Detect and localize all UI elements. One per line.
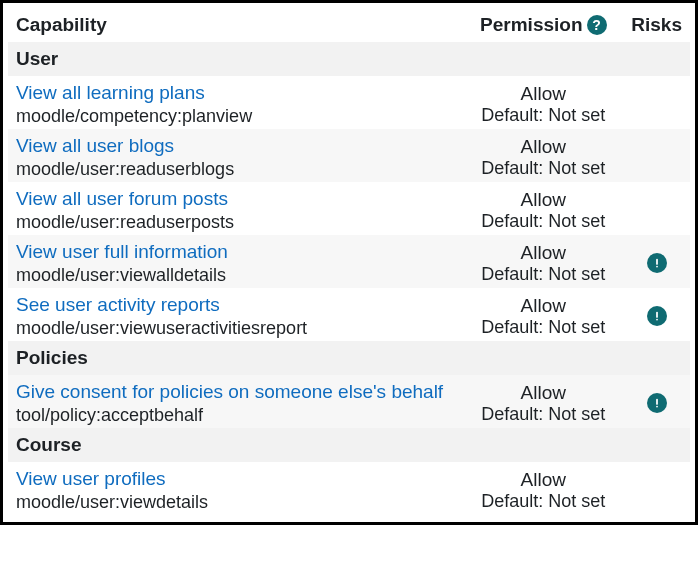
table-row: View user profilesmoodle/user:viewdetail…: [8, 462, 690, 515]
header-permission: Permission ?: [463, 8, 623, 42]
permission-cell: AllowDefault: Not set: [463, 129, 623, 182]
svg-rect-2: [656, 311, 658, 317]
permission-value: Allow: [471, 189, 615, 211]
capability-id: moodle/user:viewuseractivitiesreport: [16, 318, 455, 339]
capability-link[interactable]: View user profiles: [16, 468, 166, 490]
permission-cell: AllowDefault: Not set: [463, 462, 623, 515]
capability-cell: View user full informationmoodle/user:vi…: [8, 235, 463, 288]
permission-default: Default: Not set: [471, 105, 615, 126]
permission-value: Allow: [471, 382, 615, 404]
capability-cell: Give consent for policies on someone els…: [8, 375, 463, 428]
table-row: See user activity reportsmoodle/user:vie…: [8, 288, 690, 341]
header-capability: Capability: [8, 8, 463, 42]
capability-cell: View all user forum postsmoodle/user:rea…: [8, 182, 463, 235]
risks-cell: [623, 129, 690, 182]
capability-link[interactable]: See user activity reports: [16, 294, 220, 316]
permission-default: Default: Not set: [471, 158, 615, 179]
capability-link[interactable]: View all user blogs: [16, 135, 174, 157]
permission-default: Default: Not set: [471, 404, 615, 425]
svg-rect-5: [656, 405, 658, 407]
capability-id: moodle/user:viewdetails: [16, 492, 455, 513]
capability-link[interactable]: View all learning plans: [16, 82, 205, 104]
permission-default: Default: Not set: [471, 491, 615, 512]
svg-rect-1: [656, 265, 658, 267]
svg-rect-0: [656, 258, 658, 264]
capability-cell: See user activity reportsmoodle/user:vie…: [8, 288, 463, 341]
permission-cell: AllowDefault: Not set: [463, 235, 623, 288]
table-row: View all user blogsmoodle/user:readuserb…: [8, 129, 690, 182]
table-row: View all learning plansmoodle/competency…: [8, 76, 690, 129]
permissions-table: Capability Permission ? Risks UserView a…: [8, 8, 690, 515]
risks-cell: [623, 235, 690, 288]
header-permission-label: Permission: [480, 14, 582, 36]
section-title: User: [8, 42, 690, 76]
risks-cell: [623, 76, 690, 129]
capability-id: moodle/user:readuserposts: [16, 212, 455, 233]
permission-cell: AllowDefault: Not set: [463, 288, 623, 341]
section-row: User: [8, 42, 690, 76]
permission-value: Allow: [471, 83, 615, 105]
table-body: UserView all learning plansmoodle/compet…: [8, 42, 690, 515]
risks-cell: [623, 375, 690, 428]
section-row: Course: [8, 428, 690, 462]
permission-value: Allow: [471, 242, 615, 264]
permission-default: Default: Not set: [471, 211, 615, 232]
risks-cell: [623, 288, 690, 341]
section-title: Course: [8, 428, 690, 462]
capability-id: tool/policy:acceptbehalf: [16, 405, 455, 426]
table-header-row: Capability Permission ? Risks: [8, 8, 690, 42]
permission-value: Allow: [471, 469, 615, 491]
permission-value: Allow: [471, 295, 615, 317]
table-row: Give consent for policies on someone els…: [8, 375, 690, 428]
permission-cell: AllowDefault: Not set: [463, 375, 623, 428]
permissions-table-frame: Capability Permission ? Risks UserView a…: [0, 0, 698, 525]
svg-rect-4: [656, 398, 658, 404]
table-row: View all user forum postsmoodle/user:rea…: [8, 182, 690, 235]
capability-id: moodle/user:readuserblogs: [16, 159, 455, 180]
help-icon[interactable]: ?: [587, 15, 607, 35]
permission-default: Default: Not set: [471, 317, 615, 338]
header-risks: Risks: [623, 8, 690, 42]
capability-link[interactable]: View all user forum posts: [16, 188, 228, 210]
permission-value: Allow: [471, 136, 615, 158]
risk-privacy-icon[interactable]: [647, 393, 667, 413]
risk-privacy-icon[interactable]: [647, 306, 667, 326]
risk-privacy-icon[interactable]: [647, 253, 667, 273]
capability-link[interactable]: Give consent for policies on someone els…: [16, 381, 443, 403]
risks-cell: [623, 182, 690, 235]
capability-cell: View all user blogsmoodle/user:readuserb…: [8, 129, 463, 182]
permission-cell: AllowDefault: Not set: [463, 76, 623, 129]
capability-id: moodle/user:viewalldetails: [16, 265, 455, 286]
svg-rect-3: [656, 318, 658, 320]
risks-cell: [623, 462, 690, 515]
permission-default: Default: Not set: [471, 264, 615, 285]
table-row: View user full informationmoodle/user:vi…: [8, 235, 690, 288]
section-title: Policies: [8, 341, 690, 375]
permission-cell: AllowDefault: Not set: [463, 182, 623, 235]
section-row: Policies: [8, 341, 690, 375]
capability-link[interactable]: View user full information: [16, 241, 228, 263]
capability-id: moodle/competency:planview: [16, 106, 455, 127]
capability-cell: View user profilesmoodle/user:viewdetail…: [8, 462, 463, 515]
capability-cell: View all learning plansmoodle/competency…: [8, 76, 463, 129]
